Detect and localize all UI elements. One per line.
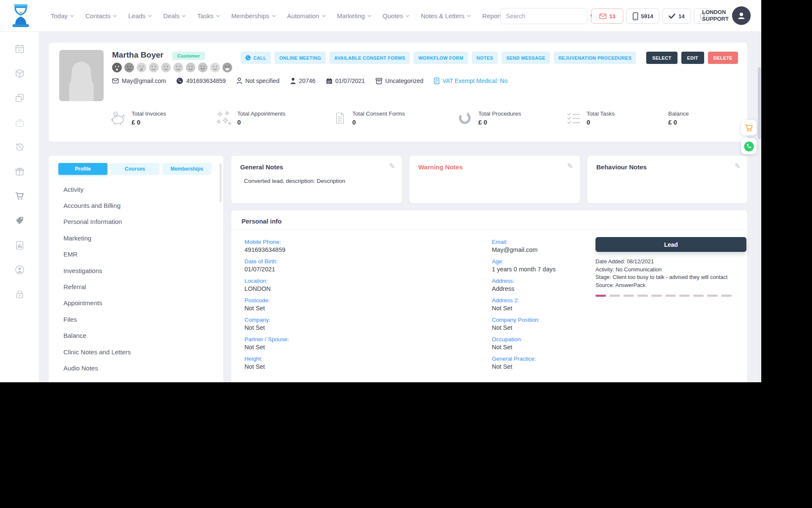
messages-badge[interactable]: 13 <box>591 8 623 24</box>
field-partner-spouse: Partner / Spouse:Not Set <box>244 336 289 355</box>
mood-face-wailing[interactable] <box>112 62 122 73</box>
lock-icon[interactable] <box>14 289 25 299</box>
online-meeting-button[interactable]: ONLINE MEETING <box>274 52 326 64</box>
workflow-form-button[interactable]: WORKFLOW FORM <box>414 52 468 64</box>
report-icon[interactable] <box>14 240 25 250</box>
whatsapp-floating-button[interactable] <box>741 138 757 154</box>
sms-badge[interactable]: 5914 <box>626 8 659 24</box>
contact-date: 01/07/2021 <box>326 77 365 84</box>
field-address: Address:Address <box>492 277 556 297</box>
stage-dash[interactable] <box>721 295 732 297</box>
edit-button[interactable]: EDIT <box>681 52 704 64</box>
checkmark-icon <box>669 14 675 19</box>
nav-item-leads[interactable]: Leads <box>128 12 152 19</box>
sidebar-item-clinic-notes-letters[interactable]: Clinic Notes and Letters <box>63 344 215 360</box>
mood-face-neutral[interactable] <box>148 62 159 73</box>
warning-notes-title: Warning Notes <box>418 163 463 171</box>
personal-info-right-column: Email:May@gmail.com Age:1 years 0 month … <box>492 238 556 375</box>
lead-activity: Activity: No Communication <box>595 266 746 274</box>
available-consent-forms-button[interactable]: AVAILABLE CONSENT FORMS <box>329 52 410 64</box>
sidebar-item-referral[interactable]: Referral <box>63 279 215 295</box>
sidebar-item-personal-information[interactable]: Personal Information <box>63 214 215 230</box>
sidebar-item-appointments[interactable]: Appointments <box>63 295 215 311</box>
calendar-icon[interactable]: 12 <box>14 44 25 54</box>
profile-sections-card: Profile Courses Memberships Activity Acc… <box>49 156 223 382</box>
user-avatar[interactable] <box>732 6 751 25</box>
select-button[interactable]: SELECT <box>646 52 677 64</box>
call-button[interactable]: CALL <box>241 52 271 64</box>
sidebar-item-audio-notes[interactable]: Audio Notes <box>63 360 215 376</box>
copy-icon[interactable] <box>14 93 25 103</box>
sidebar-item-activity[interactable]: Activity <box>63 181 215 197</box>
edit-pencil-icon[interactable]: ✎ <box>735 162 741 171</box>
delete-button[interactable]: DELETE <box>708 52 738 64</box>
send-message-button[interactable]: SEND MESSAGE <box>502 52 550 64</box>
basket-icon[interactable] <box>14 117 25 127</box>
nav-item-automation[interactable]: Automation <box>287 12 326 19</box>
cart-floating-button[interactable] <box>741 120 757 135</box>
mood-face-open-smile[interactable] <box>198 62 208 73</box>
general-notes-title: General Notes <box>240 163 283 171</box>
mood-face-slight-frown[interactable] <box>161 62 171 73</box>
tag-icon[interactable] <box>14 215 25 226</box>
mood-face-slight-smile[interactable] <box>185 62 196 73</box>
tab-profile[interactable]: Profile <box>58 163 107 175</box>
gift-icon[interactable] <box>14 166 25 177</box>
page-scrollbar[interactable] <box>757 32 761 382</box>
mood-face-smile[interactable] <box>210 62 220 73</box>
tasks-badge[interactable]: 14 <box>662 8 691 24</box>
lead-button[interactable]: Lead <box>595 237 746 252</box>
search-input[interactable] <box>501 13 590 19</box>
sidebar-item-documents[interactable]: Documents <box>63 376 215 382</box>
stage-dash[interactable] <box>679 295 690 297</box>
cart-icon <box>744 123 754 133</box>
edit-pencil-icon[interactable]: ✎ <box>567 162 573 171</box>
edit-pencil-icon[interactable]: ✎ <box>389 162 395 171</box>
nav-item-today[interactable]: Today <box>51 12 74 19</box>
nav-item-contacts[interactable]: Contacts <box>85 12 117 19</box>
mood-face-sad[interactable] <box>124 62 134 73</box>
profile-header-card: Martha Boyer Customer May@gmail.com 4916… <box>49 43 747 142</box>
sidebar-item-balance[interactable]: Balance <box>63 328 215 344</box>
sidebar-item-accounts-billing[interactable]: Accounts and Billing <box>63 197 215 213</box>
notes-button[interactable]: NOTES <box>472 52 498 64</box>
stage-dash[interactable] <box>665 295 676 297</box>
scrollbar-thumb[interactable] <box>758 67 761 139</box>
chevron-down-icon <box>467 15 471 17</box>
stage-dash[interactable] <box>623 295 634 297</box>
nav-item-tasks[interactable]: Tasks <box>197 12 219 19</box>
sidebar-item-marketing[interactable]: Marketing <box>63 230 215 246</box>
cart-icon[interactable] <box>14 191 25 201</box>
nav-item-notes-letters[interactable]: Notes & Letters <box>421 12 471 19</box>
field-address-2: Address 2:Not Set <box>492 297 556 316</box>
field-occupation: Occupation:Not Set <box>492 336 556 355</box>
sidebar-item-emr[interactable]: EMR <box>63 246 215 262</box>
client-photo[interactable] <box>59 50 104 101</box>
nav-item-marketing[interactable]: Marketing <box>337 12 371 19</box>
mood-face-neutral-2[interactable] <box>173 62 184 73</box>
sidebar-item-investigations[interactable]: Investigations <box>63 262 215 279</box>
sidebar-item-files[interactable]: Files <box>63 311 215 327</box>
nav-item-quotes[interactable]: Quotes <box>383 12 409 19</box>
history-icon[interactable] <box>14 142 25 152</box>
stage-dash[interactable] <box>595 295 606 297</box>
package-icon[interactable] <box>14 68 25 78</box>
stage-dash[interactable] <box>609 295 620 297</box>
rejuvenation-procedures-button[interactable]: REJUVENATION PROCEDURES <box>554 52 636 64</box>
stage-dash[interactable] <box>651 295 662 297</box>
tab-memberships[interactable]: Memberships <box>162 163 211 175</box>
tab-courses[interactable]: Courses <box>110 163 159 175</box>
stage-dash[interactable] <box>707 295 718 297</box>
calendar-icon <box>326 78 332 84</box>
sidebar-scrollbar[interactable] <box>219 163 222 202</box>
nav-item-deals[interactable]: Deals <box>163 12 186 19</box>
mood-face-frowning-open[interactable] <box>136 62 147 73</box>
stage-dash[interactable] <box>693 295 704 297</box>
main-nav: Today Contacts Leads Deals Tasks Members… <box>51 0 536 31</box>
user-circle-icon[interactable] <box>14 265 25 275</box>
mood-face-grinning[interactable] <box>222 62 233 73</box>
app-logo-icon[interactable] <box>11 3 30 28</box>
lead-stage: Stage: Client too busy to talk - advised… <box>595 273 746 282</box>
nav-item-memberships[interactable]: Memberships <box>231 12 276 19</box>
stage-dash[interactable] <box>637 295 648 297</box>
